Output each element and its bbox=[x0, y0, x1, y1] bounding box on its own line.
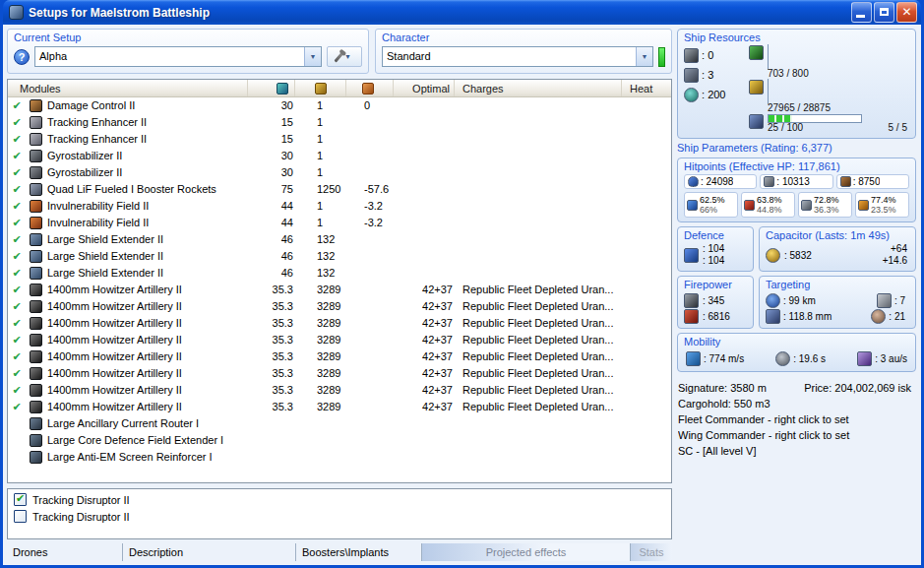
wing-commander-slot[interactable]: Wing Commander - right click to set bbox=[678, 427, 915, 443]
module-optimal-value: 42+37 bbox=[394, 298, 455, 315]
module-cpu-value: 46 bbox=[248, 265, 295, 282]
module-row[interactable]: Tracking Enhancer II 15 1 bbox=[8, 131, 671, 148]
projected-module-checkbox[interactable] bbox=[14, 510, 27, 523]
hp-value: 8750 bbox=[853, 176, 881, 187]
shield-resist-value: 62.5% bbox=[700, 195, 725, 205]
module-row[interactable]: Large Anti-EM Screen Reinforcer I bbox=[8, 449, 671, 466]
module-cpu-value: 35.3 bbox=[248, 348, 295, 365]
module-powergrid-value: 1 bbox=[295, 114, 346, 131]
module-row[interactable]: 1400mm Howitzer Artillery II 35.3 3289 4… bbox=[8, 282, 671, 298]
module-row[interactable]: Large Ancillary Current Router I bbox=[8, 415, 671, 432]
bottom-tab[interactable]: Drones bbox=[7, 543, 123, 561]
module-row[interactable]: Invulnerability Field II 44 1 -3.2 bbox=[8, 215, 671, 231]
module-powergrid-value: 1 bbox=[295, 164, 346, 181]
optimal-column-header[interactable]: Optimal bbox=[394, 80, 455, 96]
module-icon bbox=[30, 367, 42, 380]
hp-layer-icon bbox=[840, 176, 851, 187]
calibration-value: 200 bbox=[702, 89, 725, 100]
damage-type-icon bbox=[687, 200, 698, 211]
module-row[interactable]: 1400mm Howitzer Artillery II 35.3 3289 4… bbox=[8, 399, 671, 415]
module-row[interactable]: Large Core Defence Field Extender I bbox=[8, 432, 671, 449]
current-setup-label: Current Setup bbox=[14, 32, 362, 45]
help-icon[interactable] bbox=[14, 49, 30, 65]
module-icon bbox=[30, 401, 42, 413]
modules-column-header[interactable]: Modules bbox=[8, 80, 248, 96]
cpu-column-header[interactable] bbox=[248, 80, 295, 96]
module-row[interactable]: 1400mm Howitzer Artillery II 35.3 3289 4… bbox=[8, 348, 671, 365]
ship-parameters-label: Ship Parameters (Rating: 6,377) bbox=[677, 142, 916, 156]
fleet-commander-slot[interactable]: Fleet Commander - right click to set bbox=[678, 411, 915, 427]
module-row[interactable]: Invulnerability Field II 44 1 -3.2 bbox=[8, 198, 671, 215]
hitpoints-group: Hitpoints (Effective HP: 117,861) 24098 … bbox=[677, 158, 916, 222]
setup-tools-button[interactable]: ▼ bbox=[327, 46, 362, 67]
module-row[interactable]: Large Shield Extender II 46 132 bbox=[8, 231, 671, 248]
firepower-label: Firepower bbox=[684, 279, 747, 292]
window-title: Setups for Maelstrom Battleship bbox=[29, 6, 851, 20]
module-row[interactable]: 1400mm Howitzer Artillery II 35.3 3289 4… bbox=[8, 315, 671, 332]
module-cpu-value: 35.3 bbox=[248, 282, 295, 298]
character-combobox-arrow-icon[interactable] bbox=[636, 47, 652, 66]
modules-list: Damage Control II 30 1 0 Trackin bbox=[8, 97, 671, 482]
hp-value: 10313 bbox=[776, 176, 809, 187]
projected-module-row[interactable]: Tracking Disruptor II bbox=[8, 508, 671, 525]
module-optimal-value: 42+37 bbox=[394, 365, 455, 382]
targeting-group: Targeting 99 km 7 bbox=[759, 276, 916, 329]
module-row[interactable]: 1400mm Howitzer Artillery II 35.3 3289 4… bbox=[8, 298, 671, 315]
module-powergrid-value: 3289 bbox=[295, 382, 346, 399]
bottom-tab[interactable]: Boosters\Implants bbox=[296, 543, 422, 561]
signature-value: Signature: 3580 m bbox=[678, 380, 767, 396]
module-charge-name: Republic Fleet Depleted Uran... bbox=[455, 382, 622, 399]
powergrid-column-header[interactable] bbox=[295, 80, 346, 96]
module-row[interactable]: Large Shield Extender II 46 132 bbox=[8, 265, 671, 282]
module-name: Gyrostabilizer II bbox=[45, 148, 248, 164]
cpu-bar bbox=[768, 44, 769, 70]
bottom-tab[interactable]: Description bbox=[123, 543, 296, 561]
projected-module-row[interactable]: Tracking Disruptor II bbox=[8, 491, 671, 508]
setup-combobox[interactable]: Alpha bbox=[34, 46, 322, 67]
module-cpu-value: 30 bbox=[248, 97, 295, 114]
capacitor-column-header[interactable] bbox=[346, 80, 394, 96]
module-powergrid-value: 3289 bbox=[295, 332, 346, 348]
module-row[interactable]: Gyrostabilizer II 30 1 bbox=[8, 148, 671, 164]
resists-row: 62.5% 66% 63.8% 44.8% bbox=[684, 192, 909, 218]
maximize-icon bbox=[880, 8, 889, 16]
bottom-tab[interactable]: Stats bbox=[631, 543, 672, 561]
module-row[interactable]: Gyrostabilizer II 30 1 bbox=[8, 164, 671, 181]
armor-resist-value: 23.5% bbox=[871, 205, 896, 215]
volley-value: 6816 bbox=[703, 311, 730, 322]
fitted-check-icon bbox=[8, 131, 26, 148]
cpu-usage-value: 703 / 800 bbox=[768, 69, 909, 79]
module-row[interactable]: 1400mm Howitzer Artillery II 35.3 3289 4… bbox=[8, 332, 671, 348]
module-powergrid-value: 1 bbox=[295, 148, 346, 164]
module-row[interactable]: 1400mm Howitzer Artillery II 35.3 3289 4… bbox=[8, 365, 671, 382]
module-name: Large Ancillary Current Router I bbox=[45, 415, 248, 432]
module-cpu-value: 35.3 bbox=[248, 332, 295, 348]
module-row[interactable]: Tracking Enhancer II 15 1 bbox=[8, 114, 671, 131]
max-targets-value: 7 bbox=[894, 295, 905, 306]
module-icon bbox=[30, 451, 42, 464]
setup-combobox-arrow-icon[interactable] bbox=[304, 47, 321, 66]
module-cap-value: -3.2 bbox=[346, 198, 394, 215]
module-row[interactable]: 1400mm Howitzer Artillery II 35.3 3289 4… bbox=[8, 382, 671, 399]
module-icon bbox=[30, 99, 42, 112]
module-cpu-value: 15 bbox=[248, 131, 295, 148]
close-button[interactable]: ✕ bbox=[896, 2, 917, 23]
maximize-button[interactable] bbox=[874, 2, 894, 23]
bottom-tab[interactable]: Projected effects bbox=[422, 543, 631, 561]
module-row[interactable]: Quad LiF Fueled I Booster Rockets 75 125… bbox=[8, 181, 671, 198]
character-group: Character Standard bbox=[375, 29, 672, 74]
module-row[interactable]: Large Shield Extender II 46 132 bbox=[8, 248, 671, 265]
charges-column-header[interactable]: Charges bbox=[455, 80, 622, 96]
character-combobox[interactable]: Standard bbox=[382, 46, 653, 67]
fitted-check-icon bbox=[8, 198, 26, 215]
module-cpu-value: 44 bbox=[248, 198, 295, 215]
heat-column-header[interactable]: Heat bbox=[622, 80, 671, 96]
ship-resources-label: Ship Resources bbox=[684, 32, 909, 45]
title-bar[interactable]: Setups for Maelstrom Battleship ✕ bbox=[3, 0, 921, 25]
module-row[interactable]: Damage Control II 30 1 0 bbox=[8, 97, 671, 114]
fitted-check-icon bbox=[8, 282, 26, 298]
app-icon bbox=[9, 5, 24, 20]
minimize-button[interactable] bbox=[851, 2, 872, 23]
projected-module-checkbox[interactable] bbox=[14, 493, 27, 506]
ship-summary: Signature: 3580 m Price: 204,002,069 isk… bbox=[677, 380, 916, 459]
